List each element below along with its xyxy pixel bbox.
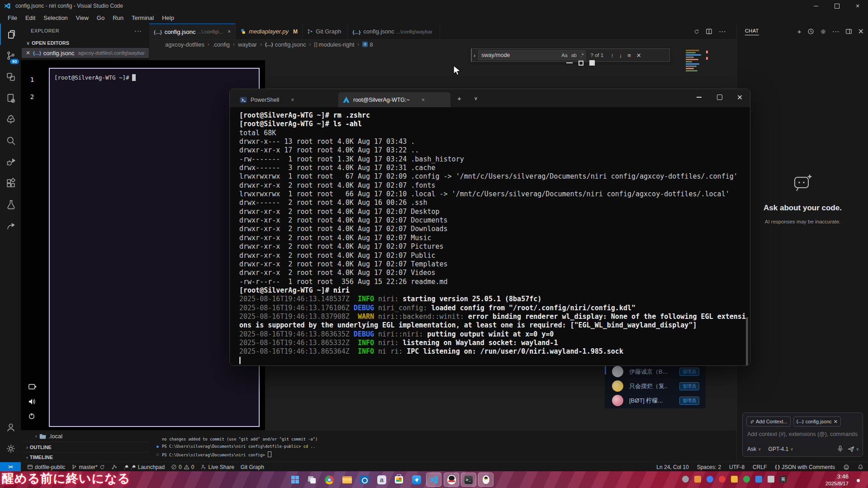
tab-root-silverag[interactable]: root@SilverAg-WTG:~ × bbox=[338, 92, 451, 107]
regex-toggle[interactable]: .* bbox=[579, 52, 585, 58]
tray-icon-circle[interactable] bbox=[682, 476, 689, 483]
send-button[interactable]: ∨ bbox=[848, 446, 859, 452]
tray-icon-yellow[interactable] bbox=[731, 476, 738, 483]
previous-match-icon[interactable]: ↑ bbox=[611, 52, 614, 59]
activitybar-test-tree[interactable] bbox=[0, 109, 22, 130]
taskbar-app-linux-app[interactable] bbox=[478, 473, 493, 487]
more-actions-icon[interactable]: ··· bbox=[719, 28, 726, 36]
tray-icon-red[interactable] bbox=[719, 476, 726, 483]
status-right-item-2[interactable]: UTF-8 bbox=[729, 464, 745, 470]
activitybar-search[interactable] bbox=[0, 130, 22, 151]
taskbar-app-app-a[interactable]: a bbox=[374, 473, 389, 487]
taskbar-app-outlook[interactable] bbox=[356, 473, 372, 487]
editor-tab-3-config-jsonc[interactable]: {…}config.jsonc...\config\waybar bbox=[348, 24, 440, 39]
qq-member-row[interactable]: 只会摆烂（复...管理员 bbox=[605, 379, 706, 393]
timeline-section[interactable]: › TIMELINE bbox=[22, 452, 149, 462]
taskbar-app-terminal[interactable]: >_ bbox=[461, 473, 476, 487]
status-right-item-3[interactable]: CRLF bbox=[753, 464, 767, 470]
tray-icon-shield[interactable] bbox=[755, 476, 762, 483]
menu-run[interactable]: Run bbox=[109, 13, 128, 23]
tab-dropdown-icon[interactable]: ∨ bbox=[474, 95, 478, 101]
terminal-close-button[interactable]: ✕ bbox=[730, 89, 750, 105]
menu-file[interactable]: File bbox=[4, 13, 21, 23]
close-find-icon[interactable]: ✕ bbox=[636, 52, 641, 59]
activitybar-live-share[interactable] bbox=[0, 215, 22, 236]
find-expand-icon[interactable]: › bbox=[474, 52, 475, 59]
terminal-minimize-button[interactable] bbox=[689, 89, 709, 105]
menu-go[interactable]: Go bbox=[93, 13, 109, 23]
status-left-item-1[interactable]: master* bbox=[71, 464, 104, 470]
waybar-workspace-1[interactable]: 1 bbox=[21, 76, 43, 83]
add-context-button[interactable]: Add Context... bbox=[746, 417, 791, 426]
mode-selector[interactable]: Ask∨ bbox=[747, 446, 761, 452]
history-sync-icon[interactable] bbox=[694, 29, 699, 34]
tree-item-local[interactable]: › .local bbox=[22, 431, 149, 441]
status-right-item-4[interactable]: { }JSON with Comments bbox=[775, 464, 835, 470]
tray-icon-green[interactable] bbox=[743, 476, 750, 483]
taskbar-app-bird-app[interactable] bbox=[409, 473, 424, 487]
activitybar-extensions[interactable] bbox=[0, 172, 22, 194]
breadcrumb-modules-right[interactable]: [ ]modules-right bbox=[314, 41, 354, 48]
status-right-item-5[interactable] bbox=[843, 464, 849, 470]
whole-word-toggle[interactable]: ab bbox=[569, 52, 579, 58]
integrated-terminal-panel[interactable]: no changes added to commit (use "git add… bbox=[149, 430, 736, 462]
next-match-icon[interactable]: ↓ bbox=[619, 52, 622, 59]
status-left-item-5[interactable]: Live Share bbox=[200, 464, 234, 470]
gear-icon[interactable] bbox=[820, 28, 826, 35]
status-left-item-3[interactable]: Launchpad bbox=[123, 464, 165, 470]
breadcrumb-config-jsonc[interactable]: {…}config.jsonc bbox=[265, 41, 306, 48]
waybar-workspace-2[interactable]: 2 bbox=[21, 93, 43, 100]
editor-tab-0-config-jsonc[interactable]: {…}config.jsonc...\.config\...× bbox=[149, 24, 236, 39]
new-tab-button[interactable]: + bbox=[457, 95, 461, 102]
chat-input-placeholder[interactable]: Add context (#), extensions (@), command… bbox=[747, 431, 860, 437]
tray-icon-printer[interactable] bbox=[768, 476, 774, 483]
menu-edit[interactable]: Edit bbox=[21, 13, 39, 23]
more-actions-icon[interactable]: ··· bbox=[832, 28, 840, 36]
breadcrumb-waybar[interactable]: waybar bbox=[238, 41, 257, 48]
tray-icon-orange[interactable] bbox=[694, 476, 701, 483]
activitybar-run-config[interactable] bbox=[0, 87, 22, 109]
notification-dot[interactable] bbox=[857, 479, 860, 482]
breadcrumb-8[interactable]: #8 bbox=[362, 41, 373, 48]
activitybar-source-control[interactable]: 93 bbox=[0, 45, 22, 66]
status-right-item-1[interactable]: Spaces: 2 bbox=[697, 464, 721, 470]
editor-tab-2-git-graph[interactable]: Git Graph bbox=[303, 24, 348, 39]
tray-icon-ime[interactable]: 英 bbox=[780, 476, 787, 483]
open-editors-header[interactable]: ∨ OPEN EDITORS bbox=[22, 38, 149, 48]
close-icon[interactable]: ✕ bbox=[26, 50, 30, 56]
status-right-item-6[interactable] bbox=[858, 464, 863, 470]
qq-member-row[interactable]: 伊藤诚京（B...管理员 bbox=[605, 365, 706, 379]
menu-view[interactable]: View bbox=[72, 13, 93, 23]
close-panel-icon[interactable]: ✕ bbox=[858, 27, 864, 36]
menu-help[interactable]: Help bbox=[158, 13, 178, 23]
activitybar-account[interactable] bbox=[0, 417, 22, 438]
tab-chat[interactable]: CHAT bbox=[745, 28, 759, 35]
taskbar-app-chrome[interactable] bbox=[322, 473, 337, 487]
qq-member-row[interactable]: [BØT] 柠檬...管理员 bbox=[605, 393, 706, 407]
status-left-item-4[interactable]: 00 bbox=[171, 464, 194, 470]
activitybar-run-debug[interactable] bbox=[0, 151, 22, 172]
taskbar-clock[interactable]: 3:46 2025/8/17 bbox=[825, 473, 849, 486]
taskbar-app-qq[interactable] bbox=[444, 473, 459, 487]
minimize-button[interactable] bbox=[806, 0, 826, 12]
context-chip-config-jsonc[interactable]: {…} config.jsonc ✕ bbox=[793, 417, 841, 426]
taskbar-app-task-view[interactable] bbox=[304, 473, 320, 487]
chat-input-box[interactable]: Add Context... {…} config.jsonc ✕ Add co… bbox=[742, 412, 863, 457]
new-chat-icon[interactable]: + bbox=[797, 28, 802, 35]
minimap[interactable] bbox=[686, 50, 705, 76]
status-right-item-0[interactable]: Ln 24, Col 10 bbox=[656, 464, 688, 470]
activitybar-explorer[interactable] bbox=[0, 24, 23, 45]
history-icon[interactable] bbox=[807, 28, 814, 35]
model-selector[interactable]: GPT-4.1∨ bbox=[768, 446, 793, 452]
niri-session-window[interactable]: 1 2 [root@SilverAg-WTG ~]# bbox=[21, 60, 265, 430]
menu-selection[interactable]: Selection bbox=[39, 13, 71, 23]
editor-tab-1-mediaplayer-py[interactable]: mediaplayer.pyM bbox=[236, 24, 303, 39]
activitybar-settings-gear[interactable] bbox=[0, 438, 22, 459]
taskbar-app-file-explorer[interactable] bbox=[339, 473, 355, 487]
activitybar-testing-beaker[interactable] bbox=[0, 194, 22, 215]
status-left-item-2[interactable] bbox=[111, 464, 117, 470]
niri-terminal-window[interactable]: [root@SilverAg-WTG ~]# bbox=[49, 68, 260, 427]
menu-terminal[interactable]: Terminal bbox=[128, 13, 158, 23]
outline-section[interactable]: › OUTLINE bbox=[22, 442, 149, 452]
find-input[interactable]: sway/mode Aa ab .* bbox=[478, 50, 586, 60]
